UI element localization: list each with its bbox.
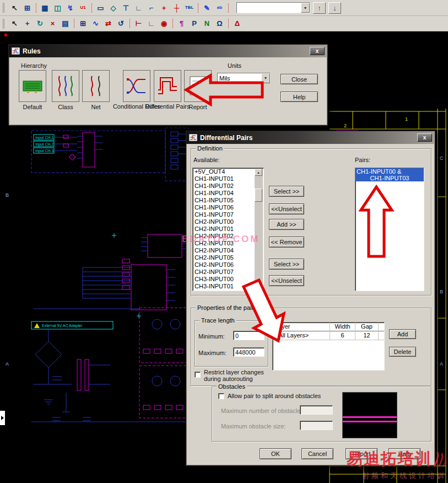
bus-icon[interactable]: ⊤ (120, 2, 132, 14)
unselect-available-button[interactable]: <<Unselect (269, 203, 304, 214)
available-net-item[interactable]: CH1-INPUT05 (193, 197, 255, 204)
pairs-listbox[interactable]: CH1-INPUT00 & CH1-INPUT03 (355, 168, 424, 291)
select-pair-button[interactable]: Select >> (269, 259, 304, 270)
delete-icon[interactable]: × (46, 18, 59, 29)
width-column-header[interactable]: Width (330, 323, 355, 331)
dp-titlebar[interactable]: Differential Pairs x (186, 131, 435, 144)
differential-pairs-button[interactable] (154, 70, 181, 102)
toolbar-combo[interactable]: ▼ (236, 2, 310, 13)
available-net-item[interactable]: CH3-INPUT00 (193, 276, 255, 283)
table-icon[interactable]: TBL (183, 2, 196, 14)
move-up-button[interactable]: ↑ (313, 2, 326, 14)
units-dropdown-icon[interactable]: ▼ (261, 73, 270, 83)
toolbar-grip[interactable] (3, 3, 6, 13)
conditional-rules-button[interactable] (123, 70, 150, 102)
class-rules-button[interactable] (52, 70, 79, 102)
add-corner-icon[interactable]: ∟ (145, 18, 158, 29)
add-tee-icon[interactable]: ⊢ (132, 18, 145, 29)
step-wire-icon[interactable]: ∟ (132, 2, 145, 14)
part-select-icon[interactable]: ⊞ (21, 2, 34, 14)
available-scrollbar[interactable]: ▲ ▼ (255, 169, 263, 290)
available-net-item[interactable]: CH2-INPUT02 (193, 233, 255, 240)
layer-rule-row[interactable]: <All Layers> 6 12 (273, 331, 384, 340)
select-available-button[interactable]: Select >> (269, 186, 304, 197)
frame-icon[interactable]: ▭ (94, 2, 107, 14)
units-select[interactable]: Mils ▼ (217, 73, 271, 83)
available-net-item[interactable]: CH3-INPUT01 (193, 283, 255, 290)
swap-gates-icon[interactable]: ⇄ (102, 18, 115, 29)
available-net-item[interactable]: CH1-INPUT07 (193, 211, 255, 218)
report-rules-button[interactable] (184, 70, 212, 102)
scroll-thumb[interactable] (255, 189, 262, 202)
corner-wire-icon[interactable]: ⌐ (145, 2, 158, 14)
available-net-item[interactable]: CH2-INPUT00 (193, 218, 255, 226)
max-obstacles-input[interactable] (300, 405, 333, 415)
max-obstacle-size-input[interactable] (300, 421, 333, 430)
pair-item-selected[interactable]: CH1-INPUT00 & CH1-INPUT03 (355, 168, 424, 181)
wire-mode-icon[interactable]: ↯ (64, 2, 77, 14)
add-via-icon[interactable]: ◉ (158, 18, 170, 29)
rules-titlebar[interactable]: Rules x (9, 45, 327, 57)
scroll-down-icon[interactable]: ▼ (255, 283, 262, 290)
net-name-icon[interactable]: N (201, 18, 213, 29)
delete-layer-rule-button[interactable]: Delete (389, 347, 416, 357)
gap-column-header[interactable]: Gap (355, 323, 379, 331)
route-icon[interactable]: ∿ (89, 18, 102, 29)
cancel-button[interactable]: Cancel (301, 448, 333, 459)
ok-button[interactable]: OK (260, 448, 292, 459)
move-icon[interactable]: + (21, 18, 34, 29)
allow-split-checkbox[interactable] (218, 393, 224, 399)
text-icon[interactable]: ab (213, 2, 226, 14)
default-rules-button[interactable] (19, 70, 46, 102)
restrict-layer-checkbox[interactable] (195, 372, 201, 378)
net-rules-button[interactable] (82, 70, 110, 102)
add-junction-icon[interactable]: + (158, 2, 170, 14)
available-listbox[interactable]: +5V_OUT4 CH1-INPUT01 CH1-INPUT02 CH1-INP… (192, 168, 264, 291)
drc-check-icon[interactable]: Δ (231, 18, 244, 29)
dp-report-button[interactable]: Report (346, 448, 377, 459)
sheet-view-icon[interactable]: ◫ (51, 2, 64, 14)
available-net-item[interactable]: CH2-INPUT01 (193, 226, 255, 233)
minimum-input[interactable] (233, 331, 265, 340)
panel-edge-tab[interactable] (0, 411, 5, 425)
unselect-pair-button[interactable]: <<Unselect (269, 275, 304, 286)
layer-rules-table[interactable]: Layer Width Gap <All Layers> 6 12 (272, 322, 385, 371)
draw-icon[interactable]: ✎ (201, 2, 213, 14)
available-net-item[interactable]: CH1-INPUT04 (193, 190, 255, 197)
tie-dot-icon[interactable]: ┼ (170, 2, 183, 14)
renumber-icon[interactable]: ↺ (115, 18, 127, 29)
toolbar-grip[interactable] (3, 19, 6, 29)
dp-help-button[interactable]: Help (388, 448, 420, 459)
pin-number-icon[interactable]: P (188, 18, 201, 29)
combo-dropdown-icon[interactable]: ▼ (301, 3, 310, 13)
move-down-button[interactable]: ↓ (328, 2, 341, 14)
add-pair-button[interactable]: Add >> (269, 219, 304, 230)
add-layer-rule-button[interactable]: Add (389, 329, 416, 339)
available-net-item[interactable]: CH1-INPUT01 (193, 175, 255, 183)
dp-close-button[interactable]: x (417, 133, 432, 142)
available-net-item[interactable]: CH2-INPUT06 (193, 261, 255, 269)
grid-icon[interactable]: ▦ (39, 2, 51, 14)
properties-icon[interactable]: ▤ (59, 18, 72, 29)
meter-icon[interactable]: Ω (213, 18, 226, 29)
available-net-item[interactable]: CH2-INPUT03 (193, 240, 255, 247)
remove-pair-button[interactable]: << Remove (269, 237, 304, 248)
available-net-item[interactable]: CH1-INPUT06 (193, 204, 255, 211)
available-net-item[interactable]: +5V_OUT4 (193, 168, 255, 175)
available-net-item[interactable]: CH1-INPUT02 (193, 183, 255, 190)
rules-help-button[interactable]: Help (280, 92, 318, 102)
available-net-item[interactable]: CH2-INPUT07 (193, 269, 255, 276)
layer-column-header[interactable]: Layer (273, 323, 330, 331)
available-net-item[interactable]: CH2-INPUT05 (193, 254, 255, 261)
pin-flag-icon[interactable]: ¶ (175, 18, 188, 29)
add-part-icon[interactable]: U1 (77, 2, 89, 14)
available-net-item[interactable]: CH2-INPUT04 (193, 247, 255, 254)
select-mode-icon[interactable]: ↖ (8, 2, 21, 14)
scroll-up-icon[interactable]: ▲ (255, 169, 262, 176)
polygon-icon[interactable]: ◇ (107, 2, 120, 14)
maximum-input[interactable] (233, 347, 265, 357)
copy-icon[interactable]: ⊞ (77, 18, 89, 29)
rules-close-button-main[interactable]: Close (280, 74, 318, 84)
rules-close-button[interactable]: x (310, 47, 325, 55)
rotate-icon[interactable]: ↻ (34, 18, 46, 29)
